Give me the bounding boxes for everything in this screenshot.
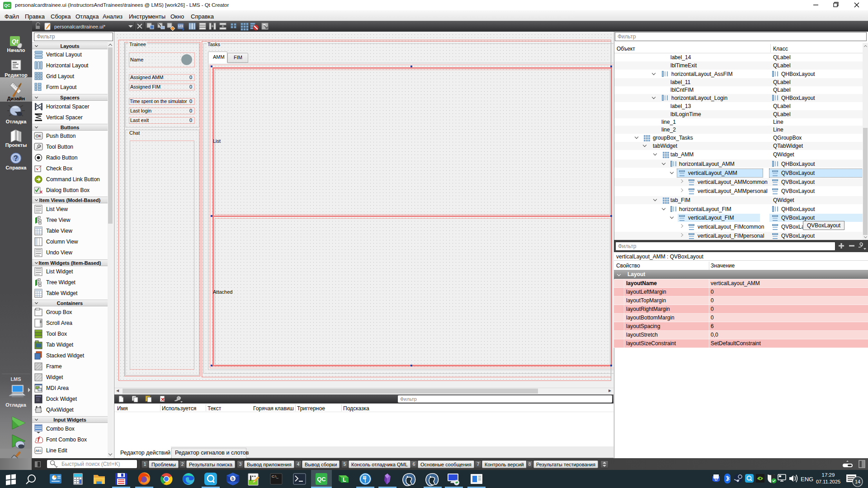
- svg-text:{}: {}: [714, 476, 718, 481]
- svg-text:Qt: Qt: [12, 38, 19, 45]
- svg-text:x: x: [40, 189, 43, 194]
- svg-text:OK: OK: [35, 134, 41, 138]
- svg-text:C:\_: C:\_: [272, 474, 278, 479]
- svg-text:AB1: AB1: [35, 449, 41, 452]
- svg-text:123: 123: [178, 24, 183, 28]
- svg-text:LMS: LMS: [10, 376, 21, 382]
- svg-text:Отладка: Отладка: [5, 402, 26, 408]
- svg-text:QC: QC: [317, 476, 326, 483]
- svg-text:b: b: [231, 476, 234, 481]
- svg-text:14: 14: [855, 479, 860, 484]
- svg-text:?: ?: [14, 155, 18, 162]
- svg-text:L: L: [343, 477, 346, 483]
